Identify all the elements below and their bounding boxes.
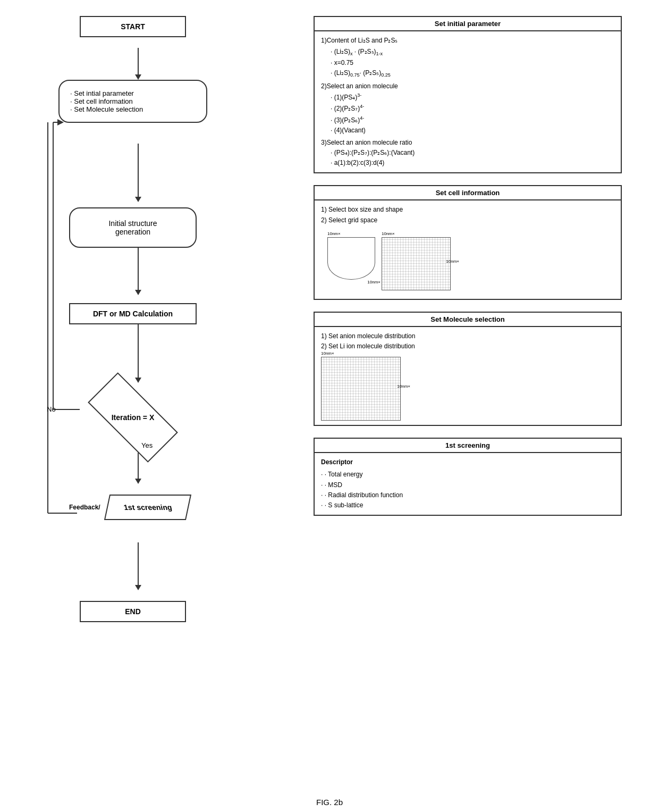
yes-label: Yes bbox=[141, 441, 153, 449]
end-rect: END bbox=[80, 601, 186, 622]
mol-line1: 1) Set anion molecule distribution bbox=[321, 331, 614, 341]
grid-cell: 10nm× 10nm× bbox=[382, 237, 451, 290]
grid-cell-right-label: 10nm× bbox=[446, 258, 459, 265]
svg-marker-15 bbox=[135, 585, 141, 590]
svg-marker-5 bbox=[135, 290, 141, 295]
svg-marker-7 bbox=[135, 378, 141, 383]
param-line5: 2)Select an anion molecule bbox=[321, 81, 614, 91]
dft-box: DFT or MD Calculation bbox=[69, 303, 197, 324]
param-line7: · (2)(P₂S₇)4- bbox=[321, 103, 614, 114]
figure-caption: FIG. 2b bbox=[316, 798, 343, 807]
param-line8: · (3)(P₂S₆)4- bbox=[321, 114, 614, 125]
screening-para-label: 1st screening bbox=[124, 503, 172, 512]
info-param-content: 1)Content of Li₂S and P₂S₅ · (Li₂S)x · (… bbox=[315, 31, 621, 172]
setup-box: · Set intial parameter · Set cell inform… bbox=[58, 80, 207, 123]
screening-box: Feedback/ 1st screening bbox=[69, 495, 197, 520]
screening-line2: · · MSD bbox=[321, 480, 614, 490]
grid-cell-shape bbox=[382, 237, 451, 290]
cell-line2: 2) Select grid space bbox=[321, 215, 614, 225]
info-cell-title: Set cell information bbox=[315, 186, 621, 200]
start-box: START bbox=[80, 16, 186, 37]
no-label: No bbox=[47, 405, 56, 413]
mol-line2: 2) Set Li ion molecule distribution bbox=[321, 341, 614, 351]
screening-desc-header: Descriptor bbox=[321, 457, 614, 467]
info-mol-content: 1) Set anion molecule distribution 2) Se… bbox=[315, 327, 621, 425]
param-line10: 3)Select an anion molecule ratio bbox=[321, 138, 614, 148]
isg-label: Initial structuregeneration bbox=[108, 219, 157, 236]
screening-line3: · · Radial distribution function bbox=[321, 490, 614, 500]
main-page: START · Set intial parameter · Set cell … bbox=[0, 0, 659, 812]
iteration-diamond: Iteration = X bbox=[74, 388, 191, 447]
isg-box: Initial structuregeneration bbox=[69, 207, 197, 248]
param-line9: · (4)(Vacant) bbox=[321, 125, 614, 136]
info-screening-title: 1st screening bbox=[315, 439, 621, 453]
info-param-box: Set initial parameter 1)Content of Li₂S … bbox=[314, 16, 622, 173]
info-screening-content: Descriptor · · Total energy · · MSD · · … bbox=[315, 453, 621, 515]
param-line3: · x=0.75 bbox=[321, 58, 614, 68]
cell-line1: 1) Select box size and shape bbox=[321, 205, 614, 215]
curved-cell-side-label: 10nm× bbox=[367, 279, 381, 286]
info-cell-box: Set cell information 1) Select box size … bbox=[314, 185, 622, 299]
cell-vis: 10nm× 10nm× 10nm× 10nm× bbox=[321, 225, 614, 295]
info-screening-box: 1st screening Descriptor · · Total energ… bbox=[314, 438, 622, 516]
svg-marker-13 bbox=[135, 479, 141, 484]
mol-grid-right-label: 10nm× bbox=[397, 383, 410, 390]
screening-line1: · · Total energy bbox=[321, 470, 614, 480]
start-rect: START bbox=[80, 16, 186, 37]
screening-parallelogram: 1st screening bbox=[104, 495, 191, 520]
param-line12: · a(1):b(2):c(3):d(4) bbox=[321, 158, 614, 168]
param-line4: · (Li₂S)0.75· (P₂S₅)0.25 bbox=[321, 68, 614, 79]
param-line1: 1)Content of Li₂S and P₂S₅ bbox=[321, 36, 614, 46]
iteration-label: Iteration = X bbox=[112, 413, 155, 422]
curved-cell-top-label: 10nm× bbox=[327, 231, 341, 238]
param-line6: · (1)(PS₄)3- bbox=[321, 91, 614, 103]
end-label: END bbox=[125, 607, 141, 616]
svg-marker-3 bbox=[135, 197, 141, 202]
diagram-container: START · Set intial parameter · Set cell … bbox=[37, 16, 622, 789]
curved-cell-shape bbox=[327, 237, 375, 280]
dft-rect: DFT or MD Calculation bbox=[69, 303, 197, 324]
isg-rounded: Initial structuregeneration bbox=[69, 207, 197, 248]
param-line11: · (PS₄):(P₂S₇):(P₂S₆):(Vacant) bbox=[321, 148, 614, 158]
end-box: END bbox=[80, 601, 186, 622]
dft-label: DFT or MD Calculation bbox=[93, 309, 173, 318]
setup-bullet1: · Set intial parameter bbox=[70, 89, 196, 97]
right-info: Set initial parameter 1)Content of Li₂S … bbox=[314, 16, 622, 526]
info-mol-box: Set Molecule selection 1) Set anion mole… bbox=[314, 312, 622, 426]
curved-cell: 10nm× 10nm× bbox=[327, 237, 375, 280]
info-mol-title: Set Molecule selection bbox=[315, 313, 621, 327]
feedback-label: Feedback/ bbox=[69, 504, 100, 511]
setup-rounded: · Set intial parameter · Set cell inform… bbox=[58, 80, 207, 123]
setup-bullet3: · Set Molecule selection bbox=[70, 105, 196, 113]
info-cell-content: 1) Select box size and shape 2) Select g… bbox=[315, 200, 621, 298]
mol-grid-label: 10nm× bbox=[321, 350, 334, 357]
screening-line4: · · S sub-lattice bbox=[321, 500, 614, 510]
info-param-title: Set initial parameter bbox=[315, 17, 621, 31]
svg-marker-1 bbox=[135, 74, 141, 80]
grid-cell-top-label: 10nm× bbox=[382, 231, 395, 238]
setup-bullet2: · Set cell information bbox=[70, 97, 196, 105]
mol-grid-shape bbox=[321, 357, 401, 421]
start-label: START bbox=[121, 22, 145, 31]
mol-grid-wrap: 10nm× 10nm× bbox=[321, 357, 401, 421]
param-line2: · (Li₂S)x · (P₂S₅)1-x bbox=[321, 47, 614, 58]
mol-vis: 10nm× 10nm× bbox=[321, 351, 614, 421]
